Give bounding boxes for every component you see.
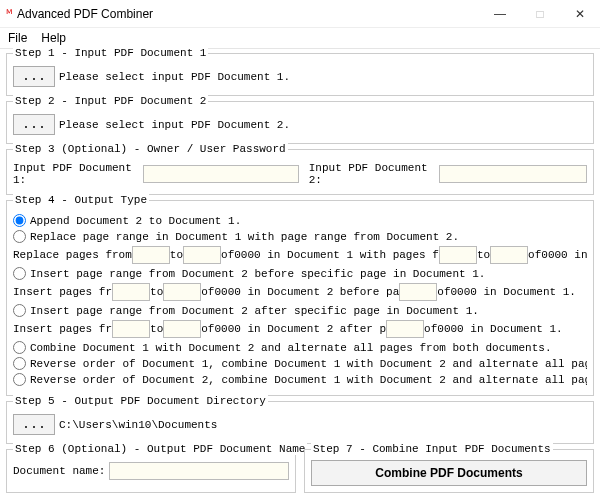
step2-group: Step 2 - Input PDF Document 2 ... Please…: [6, 101, 594, 144]
step5-group: Step 5 - Output PDF Document Directory .…: [6, 401, 594, 444]
step6-legend: Step 6 (Optional) - Output PDF Document …: [13, 443, 307, 455]
radio-rev1[interactable]: [13, 357, 26, 370]
menu-help[interactable]: Help: [41, 31, 66, 45]
replace-text-d: to: [477, 249, 490, 261]
insa-from-input[interactable]: [112, 320, 150, 338]
step3-group: Step 3 (Optional) - Owner / User Passwor…: [6, 149, 594, 195]
radio-rev2[interactable]: [13, 373, 26, 386]
replace-from1-input[interactable]: [132, 246, 170, 264]
step6-label: Document name:: [13, 465, 105, 477]
combine-button[interactable]: Combine PDF Documents: [311, 460, 587, 486]
insb-to-input[interactable]: [163, 283, 201, 301]
label-insert-before: Insert page range from Document 2 before…: [30, 268, 485, 280]
replace-to2-input[interactable]: [490, 246, 528, 264]
label-append: Append Document 2 to Document 1.: [30, 215, 241, 227]
radio-combine-alt[interactable]: [13, 341, 26, 354]
radio-insert-after[interactable]: [13, 304, 26, 317]
insb-from-input[interactable]: [112, 283, 150, 301]
window-title: Advanced PDF Combiner: [17, 7, 480, 21]
step4-legend: Step 4 - Output Type: [13, 194, 149, 206]
step3-legend: Step 3 (Optional) - Owner / User Passwor…: [13, 143, 288, 155]
radio-append[interactable]: [13, 214, 26, 227]
replace-text-b: to: [170, 249, 183, 261]
step2-placeholder: Please select input PDF Document 2.: [59, 119, 290, 131]
step1-legend: Step 1 - Input PDF Document 1: [13, 47, 208, 59]
step7-group: Step 7 - Combine Input PDF Documents Com…: [304, 449, 594, 493]
insa-d: of0000 in Document 1.: [424, 323, 563, 335]
step7-legend: Step 7 - Combine Input PDF Documents: [311, 443, 553, 455]
insb-d: of0000 in Document 1.: [437, 286, 576, 298]
label-insert-after: Insert page range from Document 2 after …: [30, 305, 479, 317]
insb-a: Insert pages fr: [13, 286, 112, 298]
step1-placeholder: Please select input PDF Document 1.: [59, 71, 290, 83]
step5-legend: Step 5 - Output PDF Document Directory: [13, 395, 268, 407]
label-rev1: Reverse order of Document 1, combine Doc…: [30, 358, 587, 370]
replace-text-e: of0000 in Document 2.: [528, 249, 587, 261]
menu-file[interactable]: File: [8, 31, 27, 45]
insb-b: to: [150, 286, 163, 298]
step5-browse-button[interactable]: ...: [13, 414, 55, 435]
step3-label1: Input PDF Document 1:: [13, 162, 139, 186]
insa-c: of0000 in Document 2 after p: [201, 323, 386, 335]
insb-page-input[interactable]: [399, 283, 437, 301]
step2-legend: Step 2 - Input PDF Document 2: [13, 95, 208, 107]
replace-text-a: Replace pages from: [13, 249, 132, 261]
insa-a: Insert pages fr: [13, 323, 112, 335]
replace-to1-input[interactable]: [183, 246, 221, 264]
step6-docname-input[interactable]: [109, 462, 289, 480]
step5-path: C:\Users\win10\Documents: [59, 419, 217, 431]
step1-group: Step 1 - Input PDF Document 1 ... Please…: [6, 53, 594, 96]
label-rev2: Reverse order of Document 2, combine Doc…: [30, 374, 587, 386]
close-button[interactable]: ✕: [560, 0, 600, 28]
insa-to-input[interactable]: [163, 320, 201, 338]
step4-group: Step 4 - Output Type Append Document 2 t…: [6, 200, 594, 396]
insa-b: to: [150, 323, 163, 335]
insa-page-input[interactable]: [386, 320, 424, 338]
title-bar: ᴹ Advanced PDF Combiner — □ ✕: [0, 0, 600, 28]
minimize-button[interactable]: —: [480, 0, 520, 28]
label-replace: Replace page range in Document 1 with pa…: [30, 231, 459, 243]
step2-browse-button[interactable]: ...: [13, 114, 55, 135]
step1-browse-button[interactable]: ...: [13, 66, 55, 87]
menu-bar: File Help: [0, 28, 600, 49]
radio-insert-before[interactable]: [13, 267, 26, 280]
app-icon: ᴹ: [6, 7, 13, 21]
step3-label2: Input PDF Document 2:: [309, 162, 435, 186]
insb-c: of0000 in Document 2 before pa: [201, 286, 399, 298]
step3-password2-input[interactable]: [439, 165, 587, 183]
replace-text-c: of0000 in Document 1 with pages f: [221, 249, 439, 261]
replace-from2-input[interactable]: [439, 246, 477, 264]
label-combine-alt: Combine Document 1 with Document 2 and a…: [30, 342, 552, 354]
step3-password1-input[interactable]: [143, 165, 299, 183]
step6-group: Step 6 (Optional) - Output PDF Document …: [6, 449, 296, 493]
radio-replace[interactable]: [13, 230, 26, 243]
maximize-button[interactable]: □: [520, 0, 560, 28]
